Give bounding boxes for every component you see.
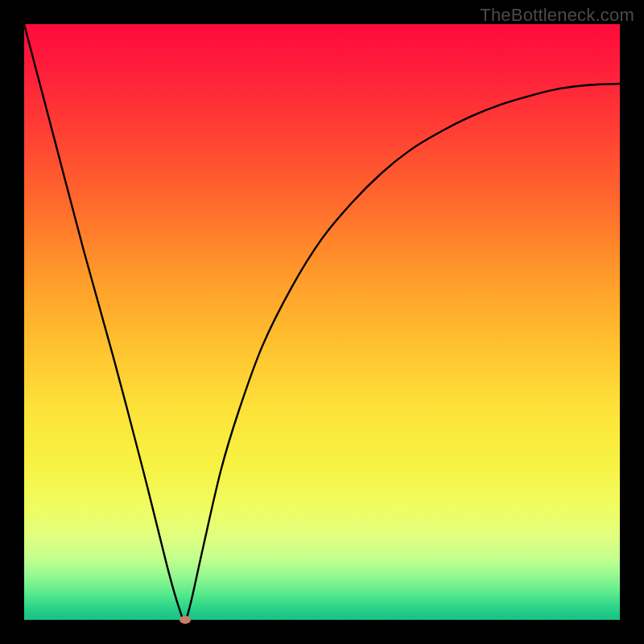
watermark-text: TheBottleneck.com <box>480 5 634 26</box>
trough-marker-icon <box>180 616 191 624</box>
curve-svg <box>24 24 620 620</box>
chart-frame: TheBottleneck.com <box>0 0 644 644</box>
bottleneck-curve-path <box>24 24 620 620</box>
plot-area <box>24 24 620 620</box>
